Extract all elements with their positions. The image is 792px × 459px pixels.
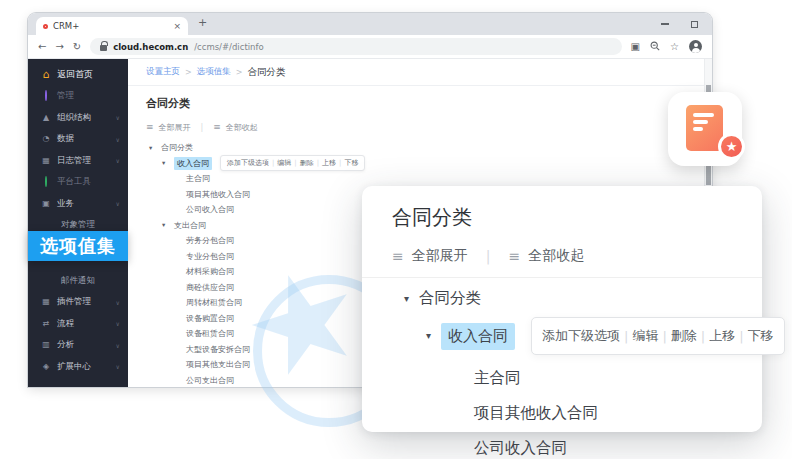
sidebar-item-log-management[interactable]: ▦日志管理∨ (28, 150, 128, 172)
window-controls (661, 13, 698, 35)
address-bar[interactable]: cloud.hecom.cn/ccms/#/dictinfo (90, 38, 621, 55)
tree-node-label[interactable]: 合同分类 (161, 142, 193, 153)
sidebar-item-extension-center[interactable]: ◈扩展中心∨ (28, 356, 128, 378)
node-action-menu: 添加下级选项|编辑|删除|上移|下移 (531, 317, 785, 355)
tree-node-label[interactable]: 主合同 (186, 173, 210, 184)
sidebar-item-label: 业务 (57, 198, 74, 210)
action-move-up[interactable]: 上移 (322, 158, 336, 168)
action-delete[interactable]: 删除 (300, 158, 314, 168)
tree-node-label[interactable]: 收入合同 (174, 157, 212, 170)
restore-button[interactable] (691, 21, 698, 28)
action-edit[interactable]: 编辑 (277, 158, 291, 168)
caret-down-icon[interactable]: ▾ (162, 222, 169, 229)
action-move-down[interactable]: 下移 (344, 158, 358, 168)
crm-logo-icon (43, 24, 48, 29)
action-edit[interactable]: 编辑 (632, 327, 658, 345)
browser-tab[interactable]: CRM+ × (36, 17, 188, 35)
tree-node-label[interactable]: 材料采购合同 (186, 266, 234, 277)
tree-node-label[interactable]: 支出合同 (174, 220, 206, 231)
breadcrumb-current: 合同分类 (247, 66, 285, 79)
chevron-down-icon: ∨ (116, 299, 120, 306)
tree-node-label[interactable]: 大型设备安拆合同 (186, 344, 250, 355)
sidebar-item-flow[interactable]: ⇄流程∨ (28, 313, 128, 335)
breadcrumb-separator: > (185, 68, 192, 77)
contract-doc-badge: ★ (668, 92, 742, 166)
caret-down-icon[interactable]: ▾ (162, 160, 169, 167)
action-separator: | (339, 159, 341, 167)
sidebar-item-mail-notice[interactable]: 邮件通知 (28, 270, 128, 292)
extension-icon: ◈ (41, 363, 51, 371)
breadcrumb-home[interactable]: 设置主页 (146, 66, 180, 78)
back-icon[interactable]: ← (38, 42, 46, 52)
browser-titlebar: CRM+ × + (28, 13, 712, 35)
tree-node-label[interactable]: 项目其他支出合同 (186, 359, 250, 370)
sidebar-item-analysis[interactable]: ▥分析∨ (28, 335, 128, 357)
caret-down-icon[interactable]: ▾ (426, 331, 431, 341)
action-separator: | (662, 329, 666, 344)
caret-down-icon[interactable]: ▾ (404, 294, 409, 304)
profile-avatar[interactable] (689, 40, 702, 53)
action-separator: | (272, 159, 274, 167)
tree-toolbar: ≡ 全部展开 | ≡ 全部收起 (146, 122, 712, 133)
action-separator: | (701, 329, 705, 344)
tree-node-label[interactable]: 公司收入合同 (186, 204, 234, 215)
tree-node-label[interactable]: 项目其他收入合同 (186, 189, 250, 200)
sidebar-item-org-structure[interactable]: ▲组织结构∨ (28, 107, 128, 129)
tree-node-label[interactable]: 劳务分包合同 (186, 235, 234, 246)
bookmark-star-icon[interactable]: ☆ (670, 42, 679, 52)
breadcrumb: 设置主页 > 选项值集 > 合同分类 (128, 59, 712, 86)
expand-all-button[interactable]: 全部展开 (412, 247, 468, 265)
tree-node-label[interactable]: 设备购置合同 (186, 313, 234, 324)
node-action-menu: 添加下级选项|编辑|删除|上移|下移 (220, 155, 365, 171)
sidebar-item-business[interactable]: ▣业务∨ (28, 193, 128, 215)
collapse-all-button[interactable]: 全部收起 (528, 247, 584, 265)
tab-close-icon[interactable]: × (173, 22, 181, 31)
action-separator: | (739, 329, 743, 344)
action-add-child[interactable]: 添加下级选项 (542, 327, 620, 345)
tree-node-label[interactable]: 公司收入合同 (474, 438, 567, 459)
sidebar-item-admin[interactable]: 管理 (28, 86, 128, 108)
action-separator: | (317, 159, 319, 167)
tree-node-label[interactable]: 专业分包合同 (186, 251, 234, 262)
sidebar-item-label: 扩展中心 (57, 361, 91, 373)
new-tab-icon[interactable]: + (198, 16, 207, 29)
collapse-all-icon: ≡ (508, 249, 520, 263)
sidebar-item-home[interactable]: ⌂返回首页 (28, 64, 128, 86)
tree-node-label[interactable]: 公司支出合同 (186, 375, 234, 386)
document-icon: ★ (686, 105, 723, 151)
caret-down-icon[interactable]: ▾ (149, 145, 156, 152)
action-delete[interactable]: 删除 (671, 327, 697, 345)
action-move-up[interactable]: 上移 (709, 327, 735, 345)
sidebar-item-plugin-management[interactable]: ▦插件管理∨ (28, 292, 128, 314)
expand-all-button[interactable]: 全部展开 (159, 122, 191, 133)
ring-icon (41, 92, 51, 100)
option-set-callout[interactable]: 选项值集 (28, 231, 128, 261)
zoom-icon[interactable] (650, 41, 660, 53)
collapse-all-button[interactable]: 全部收起 (226, 122, 258, 133)
sidebar-item-platform-tools[interactable]: 平台工具 (28, 172, 128, 194)
business-icon: ▣ (41, 200, 51, 208)
tree-row: 主合同 (146, 171, 712, 187)
expand-all-icon: ≡ (392, 249, 404, 263)
overlay-title: 合同分类 (392, 204, 762, 231)
minimize-button[interactable] (661, 23, 669, 24)
sidebar-item-label: 组织结构 (57, 112, 91, 124)
flow-icon: ⇄ (41, 320, 51, 328)
tree-node-label[interactable]: 收入合同 (441, 323, 515, 350)
tree-node-label[interactable]: 主合同 (474, 368, 521, 389)
sidebar-item-label: 分析 (57, 339, 74, 351)
sidebar-item-data[interactable]: ◔数据∨ (28, 129, 128, 151)
tree-node-label[interactable]: 商砼供应合同 (186, 282, 234, 293)
tree-node-label[interactable]: 设备租赁合同 (186, 328, 234, 339)
card-icon[interactable]: ▣ (631, 42, 640, 52)
sidebar-item-label: 邮件通知 (61, 275, 95, 287)
refresh-icon[interactable]: ↻ (73, 42, 81, 52)
tree-node-label[interactable]: 合同分类 (419, 288, 481, 309)
action-add-child[interactable]: 添加下级选项 (227, 158, 269, 168)
breadcrumb-option-set[interactable]: 选项值集 (197, 66, 231, 78)
action-move-down[interactable]: 下移 (748, 327, 774, 345)
forward-icon[interactable]: → (55, 42, 63, 52)
tree-node-label[interactable]: 周转材租赁合同 (186, 297, 242, 308)
chevron-down-icon: ∨ (116, 136, 120, 143)
tree-node-label[interactable]: 项目其他收入合同 (474, 403, 598, 424)
